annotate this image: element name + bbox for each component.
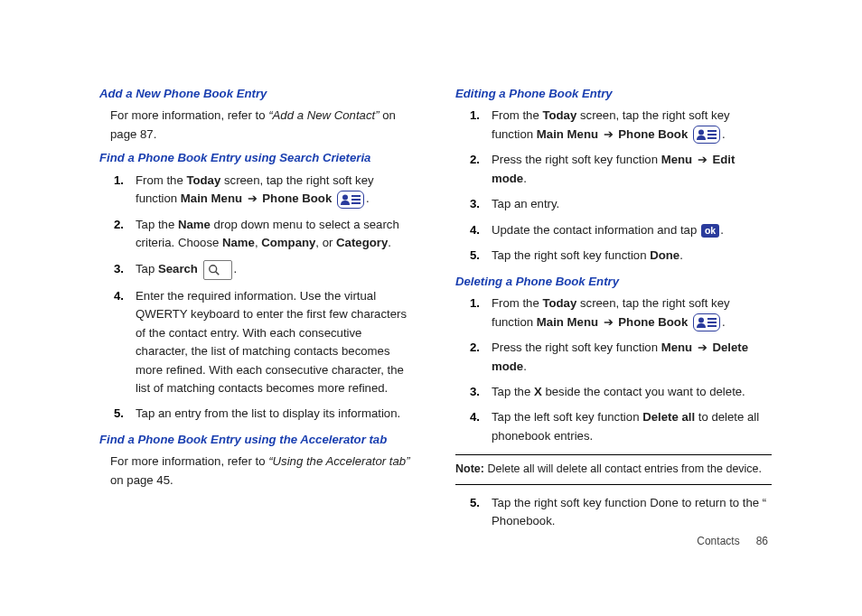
footer-page-number: 86 bbox=[756, 535, 768, 547]
bold-today: Today bbox=[542, 108, 576, 122]
text: Tap the right soft key function Done to … bbox=[492, 496, 766, 527]
text: . bbox=[722, 315, 726, 329]
step: Tap an entry. bbox=[455, 195, 772, 213]
text: From the bbox=[492, 108, 542, 122]
step: Tap the left soft key function Delete al… bbox=[455, 408, 772, 445]
page-footer: Contacts86 bbox=[697, 533, 768, 550]
bold-company: Company bbox=[261, 236, 315, 249]
bold-today: Today bbox=[542, 296, 576, 310]
ok-icon: ok bbox=[701, 224, 719, 238]
step: Enter the required information. Use the … bbox=[99, 287, 416, 398]
arrow-icon: ➔ bbox=[692, 153, 712, 166]
text: For more information, refer to bbox=[110, 454, 268, 468]
bold-phone-book: Phone Book bbox=[618, 127, 688, 141]
bold-main-menu: Main Menu bbox=[537, 315, 598, 329]
text: . bbox=[679, 248, 683, 262]
bold-today: Today bbox=[186, 173, 220, 187]
heading-add-entry: Add a New Phone Book Entry bbox=[99, 85, 416, 103]
text: Press the right soft key function bbox=[492, 341, 661, 354]
bold-main-menu: Main Menu bbox=[181, 191, 242, 205]
step: Press the right soft key function Menu ➔… bbox=[455, 151, 772, 188]
text: Tap bbox=[136, 262, 158, 275]
text: Tap the bbox=[492, 385, 534, 398]
bold-done: Done bbox=[650, 248, 679, 262]
text: . bbox=[523, 359, 527, 373]
steps-delete: From the Today screen, tap the right sof… bbox=[455, 294, 772, 445]
text: Update the contact information and tap bbox=[492, 223, 700, 237]
text: . bbox=[388, 236, 391, 249]
bold-x: X bbox=[534, 385, 542, 398]
step: Update the contact information and tap o… bbox=[455, 221, 772, 239]
step: Tap the right soft key function Done. bbox=[455, 247, 772, 265]
text: on page 45. bbox=[110, 473, 173, 487]
steps-find-search: From the Today screen, tap the right sof… bbox=[99, 172, 416, 424]
bold-menu: Menu bbox=[661, 341, 692, 354]
heading-find-accelerator: Find a Phone Book Entry using the Accele… bbox=[99, 431, 416, 449]
step: Tap the Name drop down menu to select a … bbox=[99, 216, 416, 253]
text: Tap the left soft key function bbox=[492, 410, 642, 424]
note-text: Delete all will delete all contact entri… bbox=[487, 462, 762, 475]
paragraph-add-ref: For more information, refer to “Add a Ne… bbox=[110, 107, 416, 144]
search-icon bbox=[203, 260, 232, 280]
arrow-icon: ➔ bbox=[242, 191, 262, 205]
steps-edit: From the Today screen, tap the right sof… bbox=[455, 107, 772, 265]
bold-name: Name bbox=[178, 218, 211, 231]
text: From the bbox=[136, 173, 186, 187]
xref-accelerator-tab: “Using the Accelerator tab” bbox=[268, 454, 409, 468]
text: . bbox=[366, 191, 370, 205]
paragraph-accel-ref: For more information, refer to “Using th… bbox=[110, 453, 416, 490]
note-label: Note: bbox=[455, 462, 487, 475]
bold-phone-book: Phone Book bbox=[618, 315, 688, 329]
bold-search: Search bbox=[158, 262, 198, 275]
step: Tap the X beside the contact you want to… bbox=[455, 383, 772, 401]
bold-menu: Menu bbox=[661, 153, 692, 166]
note-box: Note: Delete all will delete all contact… bbox=[455, 454, 772, 484]
footer-section: Contacts bbox=[697, 535, 739, 547]
step: From the Today screen, tap the right sof… bbox=[455, 294, 772, 331]
step: From the Today screen, tap the right sof… bbox=[455, 107, 772, 144]
text: . bbox=[234, 262, 238, 275]
step: Tap an entry from the list to display it… bbox=[99, 405, 416, 423]
bold-main-menu: Main Menu bbox=[537, 127, 598, 141]
step: From the Today screen, tap the right sof… bbox=[99, 172, 416, 209]
text: Tap the right soft key function bbox=[492, 248, 650, 262]
bold-category: Category bbox=[336, 236, 388, 249]
heading-delete-entry: Deleting a Phone Book Entry bbox=[455, 273, 772, 291]
text: From the bbox=[492, 296, 542, 310]
text: . bbox=[722, 127, 726, 141]
bold-name: Name bbox=[222, 236, 255, 249]
text: For more information, refer to bbox=[110, 108, 268, 122]
step: Press the right soft key function Menu ➔… bbox=[455, 339, 772, 376]
text: , or bbox=[315, 236, 336, 249]
steps-delete-continued: Tap the right soft key function Done to … bbox=[455, 494, 772, 531]
heading-edit-entry: Editing a Phone Book Entry bbox=[455, 85, 772, 103]
arrow-icon: ➔ bbox=[598, 315, 618, 329]
step: Tap the right soft key function Done to … bbox=[455, 494, 772, 531]
text: Enter the required information. Use the … bbox=[136, 289, 407, 395]
text: . bbox=[720, 223, 724, 237]
text: . bbox=[523, 172, 527, 185]
phonebook-icon bbox=[693, 126, 720, 144]
text: Tap the bbox=[136, 218, 178, 231]
right-column: Editing a Phone Book Entry From the Toda… bbox=[455, 83, 772, 538]
phonebook-icon bbox=[337, 191, 364, 209]
bold-phone-book: Phone Book bbox=[262, 191, 332, 205]
left-column: Add a New Phone Book Entry For more info… bbox=[99, 83, 416, 538]
arrow-icon: ➔ bbox=[692, 341, 712, 354]
bold-delete-all: Delete all bbox=[642, 410, 695, 424]
arrow-icon: ➔ bbox=[598, 127, 618, 141]
text: Tap an entry from the list to display it… bbox=[136, 406, 400, 420]
xref-add-contact: “Add a New Contact” bbox=[268, 108, 379, 122]
text: Press the right soft key function bbox=[492, 153, 661, 166]
text: beside the contact you want to delete. bbox=[542, 385, 745, 398]
phonebook-icon bbox=[693, 313, 720, 331]
text: Tap an entry. bbox=[492, 197, 559, 210]
page-content: Add a New Phone Book Entry For more info… bbox=[0, 0, 862, 565]
heading-find-search: Find a Phone Book Entry using Search Cri… bbox=[99, 149, 416, 167]
step: Tap Search . bbox=[99, 260, 416, 280]
